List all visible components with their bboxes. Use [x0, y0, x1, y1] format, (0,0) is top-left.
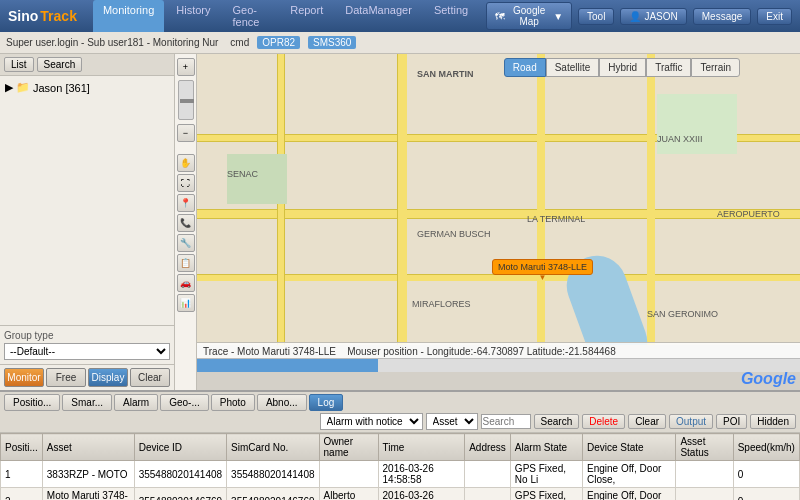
map-type-road[interactable]: Road: [504, 58, 546, 77]
map-type-terrain[interactable]: Terrain: [691, 58, 740, 77]
group-type-section: Group type --Default--: [0, 325, 174, 364]
map-marker[interactable]: Moto Maruti 3748-LLE: [492, 259, 593, 275]
search-table-btn[interactable]: Search: [534, 414, 580, 429]
logo-sino: Sino: [8, 8, 38, 24]
table-row[interactable]: 2Moto Maruti 3748-LLE3554880201467693554…: [1, 488, 800, 501]
group-type-select[interactable]: --Default--: [4, 343, 170, 360]
tab-monitoring[interactable]: Monitoring: [93, 0, 164, 32]
user-btn[interactable]: 👤 JASON: [620, 8, 686, 25]
zoom-in-btn[interactable]: +: [177, 58, 195, 76]
tab-history[interactable]: History: [166, 0, 220, 32]
map-label-senac: SENAC: [227, 169, 258, 179]
device-tree: ▶ 📁 Jason [361]: [0, 76, 174, 325]
app: SinoTrack Monitoring History Geo-fence R…: [0, 0, 800, 500]
search-btn[interactable]: Search: [37, 57, 83, 72]
table-toolbar-right: Alarm with notice Asset Search Delete Cl…: [320, 413, 796, 430]
tab-abnormal[interactable]: Abno...: [257, 394, 307, 411]
road-v3: [537, 54, 545, 345]
col-device-state: Device State: [582, 434, 675, 461]
map-wrapper: Road Satellite Hybrid Traffic Terrain + …: [175, 54, 800, 390]
clear-table-btn[interactable]: Clear: [628, 414, 666, 429]
cmd-label: cmd: [230, 37, 249, 48]
alarm-notice-select[interactable]: Alarm with notice: [320, 413, 423, 430]
tab-geofence[interactable]: Geo-fence: [223, 0, 279, 32]
map-label-germanbusch: GERMAN BUSCH: [417, 229, 491, 239]
map-tool-3[interactable]: 📍: [177, 194, 195, 212]
group-type-label: Group type: [4, 330, 170, 341]
road-v4: [647, 54, 655, 345]
col-device-id: Device ID: [134, 434, 226, 461]
delete-btn[interactable]: Delete: [582, 414, 625, 429]
free-btn[interactable]: Free: [46, 368, 86, 387]
message-btn[interactable]: Message: [693, 8, 752, 25]
col-positi: Positi...: [1, 434, 43, 461]
tool-btn[interactable]: Tool: [578, 8, 614, 25]
map-tool-6[interactable]: 📋: [177, 254, 195, 272]
map-type-buttons: Road Satellite Hybrid Traffic Terrain: [504, 58, 740, 77]
chevron-down-icon: ▼: [553, 11, 563, 22]
zoom-slider[interactable]: [178, 80, 194, 120]
tab-geo[interactable]: Geo-...: [160, 394, 209, 411]
map-label-sanmartin: SAN MARTIN: [417, 69, 474, 79]
tab-photo[interactable]: Photo: [211, 394, 255, 411]
list-btn[interactable]: List: [4, 57, 34, 72]
left-toolbar: List Search: [0, 54, 174, 76]
data-table: Positi... Asset Device ID SimCard No. Ow…: [0, 433, 800, 500]
table-scroll: Positi... Asset Device ID SimCard No. Ow…: [0, 433, 800, 500]
map-type-traffic[interactable]: Traffic: [646, 58, 691, 77]
table-row[interactable]: 13833RZP - MOTO3554880201414083554880201…: [1, 461, 800, 488]
road-v2: [397, 54, 407, 345]
progress-fill: [197, 359, 378, 372]
map-tool-5[interactable]: 🔧: [177, 234, 195, 252]
clear-btn[interactable]: Clear: [130, 368, 170, 387]
map-type-hybrid[interactable]: Hybrid: [599, 58, 646, 77]
road-h2: [197, 209, 800, 219]
user-icon: 👤: [629, 11, 641, 22]
nav-tabs: Monitoring History Geo-fence Report Data…: [93, 0, 478, 32]
poi-btn[interactable]: POI: [716, 414, 747, 429]
map-tool-8[interactable]: 📊: [177, 294, 195, 312]
action-buttons: Monitor Free Display Clear: [0, 364, 174, 390]
output-btn[interactable]: Output: [669, 414, 713, 429]
map-tool-2[interactable]: ⛶: [177, 174, 195, 192]
hidden-btn[interactable]: Hidden: [750, 414, 796, 429]
map-content: SAN MARTIN LA PAMPA SENAC JUAN XXIII GER…: [197, 54, 800, 345]
park1: [227, 154, 287, 204]
logo: SinoTrack: [8, 8, 77, 24]
tab-report[interactable]: Report: [280, 0, 333, 32]
search-input[interactable]: [481, 414, 531, 429]
map-tool-4[interactable]: 📞: [177, 214, 195, 232]
trace-text: Trace - Moto Maruti 3748-LLE: [203, 346, 336, 357]
tree-item-label: Jason [361]: [33, 82, 90, 94]
tab-alarm[interactable]: Alarm: [114, 394, 158, 411]
map-label-terminal: LA TERMINAL: [527, 214, 585, 224]
display-btn[interactable]: Display: [88, 368, 128, 387]
map-label-juanxxiii: JUAN XXIII: [657, 134, 703, 144]
map-tool-7[interactable]: 🚗: [177, 274, 195, 292]
map-selector-btn[interactable]: 🗺 Google Map ▼: [486, 2, 572, 30]
tab-setting[interactable]: Setting: [424, 0, 478, 32]
login-text: Super user.login - Sub user181 - Monitor…: [6, 37, 218, 48]
oprb2-badge[interactable]: OPR82: [257, 36, 300, 49]
road-h3: [197, 274, 800, 281]
table-body: 13833RZP - MOTO3554880201414083554880201…: [1, 461, 800, 501]
map-icon: 🗺: [495, 11, 505, 22]
monitor-btn[interactable]: Monitor: [4, 368, 44, 387]
header: SinoTrack Monitoring History Geo-fence R…: [0, 0, 800, 32]
asset-select[interactable]: Asset: [426, 413, 478, 430]
tab-smart[interactable]: Smar...: [62, 394, 112, 411]
sms360-badge[interactable]: SMS360: [308, 36, 356, 49]
map-type-satellite[interactable]: Satellite: [546, 58, 600, 77]
tree-item-jason[interactable]: ▶ 📁 Jason [361]: [3, 79, 171, 96]
tab-datamanager[interactable]: DataManager: [335, 0, 422, 32]
zoom-out-btn[interactable]: −: [177, 124, 195, 142]
progress-bar[interactable]: [197, 358, 800, 372]
tab-log[interactable]: Log: [309, 394, 344, 411]
col-asset: Asset: [42, 434, 134, 461]
col-alarm-state: Alarm State: [510, 434, 582, 461]
col-address: Address: [465, 434, 511, 461]
tab-position[interactable]: Positio...: [4, 394, 60, 411]
map-tool-1[interactable]: ✋: [177, 154, 195, 172]
folder-icon: 📁: [16, 81, 30, 94]
exit-btn[interactable]: Exit: [757, 8, 792, 25]
